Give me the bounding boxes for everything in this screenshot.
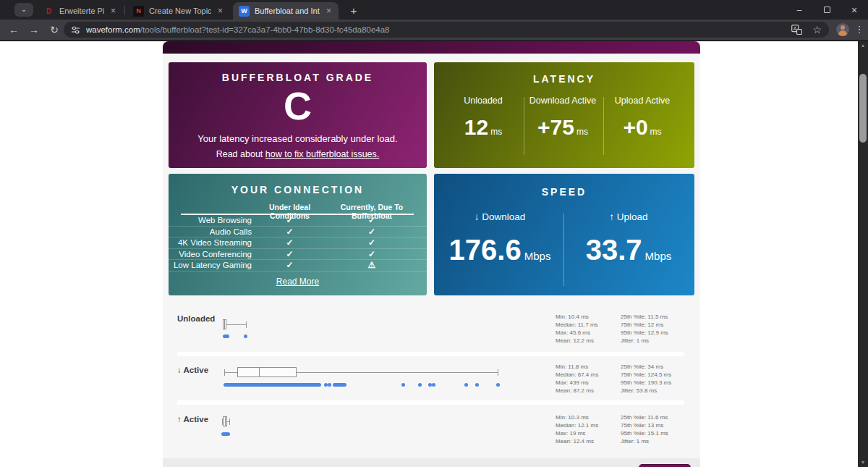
stat-line: 95th %ile: 15.1 ms <box>621 429 668 437</box>
connection-row: 4K Video Streaming✓✓ <box>169 237 427 249</box>
stat-line: 75th %ile: 124.5 ms <box>621 371 671 379</box>
boxplot-whisker-tick <box>224 369 225 376</box>
your-connection-card: YOUR CONNECTION Under Ideal Conditions C… <box>169 174 427 295</box>
browser-tab-2[interactable]: N Create New Topic - Netduma Fo × <box>127 2 230 20</box>
chart-row-label: Unloaded <box>177 314 215 323</box>
stat-line: Median: 12.1 ms <box>556 421 598 429</box>
browser-tab-1[interactable]: D Erweiterte Ping-Einstellungen × <box>38 2 123 20</box>
latency-column-label: Unloaded <box>443 96 523 106</box>
latency-distribution-charts: UnloadedMin: 10.4 msMedian: 11.7 msMax: … <box>163 304 700 458</box>
stat-line: Median: 67.4 ms <box>556 371 598 379</box>
tab-close-icon[interactable]: × <box>216 6 224 16</box>
latency-dot <box>328 383 331 387</box>
tab-search-button[interactable]: ⌄ <box>14 3 33 17</box>
vertical-scrollbar[interactable]: ▲ ▼ <box>858 41 868 467</box>
scroll-up-icon[interactable]: ▲ <box>858 41 868 50</box>
latency-dot <box>401 383 405 387</box>
stat-line: Max: 19 ms <box>556 429 598 437</box>
stat-line: 75th %ile: 12 ms <box>621 321 668 329</box>
footer-button[interactable] <box>639 464 691 467</box>
stat-line: Jitter: 53.8 ms <box>621 387 671 395</box>
stat-line: Jitter: 1 ms <box>621 337 668 345</box>
speed-unit: Mbps <box>645 250 672 262</box>
speed-card: SPEED ↓ Download176.6Mbps↑ Upload33.7Mbp… <box>434 174 694 295</box>
stat-line: Jitter: 1 ms <box>621 437 668 445</box>
translate-icon[interactable]: A <box>791 25 802 35</box>
page-footer-band <box>163 458 700 467</box>
latency-column-label: Upload Active <box>603 96 682 106</box>
chart-row: UnloadedMin: 10.4 msMedian: 11.7 msMax: … <box>163 304 700 352</box>
results-container: BUFFERBLOAT GRADE C Your latency increas… <box>163 41 700 467</box>
latency-column-value: +75ms <box>523 115 603 140</box>
maximize-button[interactable] <box>813 0 841 20</box>
close-button[interactable]: × <box>841 0 868 20</box>
stat-line: 25th %ile: 34 ms <box>621 363 671 371</box>
fix-bufferbloat-link[interactable]: how to fix bufferbloat issues. <box>265 149 380 159</box>
latency-unit: ms <box>490 127 502 137</box>
connection-row-label: Audio Calls <box>169 227 252 236</box>
latency-dot <box>496 383 500 387</box>
forward-button[interactable]: → <box>26 22 42 37</box>
latency-column-label: Download Active <box>523 96 603 106</box>
chart-stats-column: Min: 10.4 msMedian: 11.7 msMax: 45.6 msM… <box>556 313 598 345</box>
latency-divider <box>603 97 604 155</box>
check-icon: ✓ <box>322 237 422 248</box>
speed-card-title: SPEED <box>434 186 694 198</box>
latency-column-value: 12ms <box>443 115 523 140</box>
url-bar[interactable]: waveform.com/tools/bufferbloat?test-id=3… <box>64 22 829 38</box>
stat-line: 95th %ile: 190.3 ms <box>621 379 671 387</box>
chart-row: ↑ ActiveMin: 10.3 msMedian: 12.1 msMax: … <box>163 405 700 453</box>
connection-row: Video Conferencing✓✓ <box>169 249 427 261</box>
bookmark-star-icon[interactable]: ☆ <box>812 24 822 35</box>
profile-avatar[interactable] <box>836 23 849 36</box>
page-header-bar <box>163 41 700 54</box>
reload-button[interactable]: ↻ <box>46 22 62 37</box>
latency-card: LATENCY Unloaded12msDownload Active+75ms… <box>434 62 694 168</box>
latency-dot <box>432 383 435 387</box>
bufferbloat-grade-value: C <box>169 85 427 126</box>
tab-close-icon[interactable]: × <box>325 6 333 16</box>
chevron-down-icon: ⌄ <box>21 5 27 13</box>
new-tab-button[interactable]: + <box>346 4 362 18</box>
site-settings-icon[interactable] <box>71 25 80 35</box>
boxplot-box <box>237 367 297 377</box>
boxplot-whisker-tick <box>498 369 498 376</box>
minimize-button[interactable]: – <box>786 0 813 20</box>
boxplot-whisker-tick <box>229 418 230 425</box>
connection-card-title: YOUR CONNECTION <box>169 184 427 195</box>
chart-stats-column: 25th %ile: 11.6 ms75th %ile: 13 ms95th %… <box>621 413 668 445</box>
latency-column: Unloaded12ms <box>443 96 523 140</box>
stat-line: Median: 11.7 ms <box>556 321 598 329</box>
stat-line: 25th %ile: 11.6 ms <box>621 413 668 421</box>
url-text: waveform.com/tools/bufferbloat?test-id=3… <box>86 25 791 34</box>
connection-row-label: 4K Video Streaming <box>169 238 252 247</box>
latency-dot-cluster <box>224 383 321 387</box>
latency-divider <box>524 97 524 155</box>
latency-card-title: LATENCY <box>434 73 694 85</box>
favicon-router-icon: D <box>43 6 54 17</box>
latency-dot <box>418 383 422 387</box>
favicon-netduma-icon: N <box>133 6 144 17</box>
tab-close-icon[interactable]: × <box>109 6 117 16</box>
read-more-link[interactable]: Read More <box>276 277 319 287</box>
tab-divider <box>124 6 125 15</box>
scrollbar-thumb[interactable] <box>859 74 867 143</box>
check-icon: ✓ <box>322 215 422 225</box>
latency-dot <box>244 335 247 338</box>
stat-line: 75th %ile: 13 ms <box>621 421 668 429</box>
tab-title: Erweiterte Ping-Einstellungen <box>59 7 104 15</box>
stat-line: Max: 439 ms <box>556 379 598 387</box>
latency-unit: ms <box>650 127 662 137</box>
stat-line: 25th %ile: 11.5 ms <box>621 313 668 321</box>
menu-kebab-icon[interactable]: ⋮ <box>854 23 864 36</box>
grade-link-line: Read about how to fix bufferbloat issues… <box>169 149 427 159</box>
stat-line: Mean: 87.2 ms <box>556 387 598 395</box>
connection-row: Web Browsing✓✓ <box>169 215 427 227</box>
latency-dot-cluster <box>333 383 346 387</box>
latency-column-value: +0ms <box>603 115 682 140</box>
chart-row-label: ↑ Active <box>177 415 208 424</box>
check-icon: ✓ <box>255 260 324 270</box>
scroll-down-icon[interactable]: ▼ <box>858 458 868 467</box>
browser-tab-active[interactable]: W Bufferbloat and Internet Speed × <box>233 2 339 20</box>
back-button[interactable]: ← <box>6 22 22 37</box>
